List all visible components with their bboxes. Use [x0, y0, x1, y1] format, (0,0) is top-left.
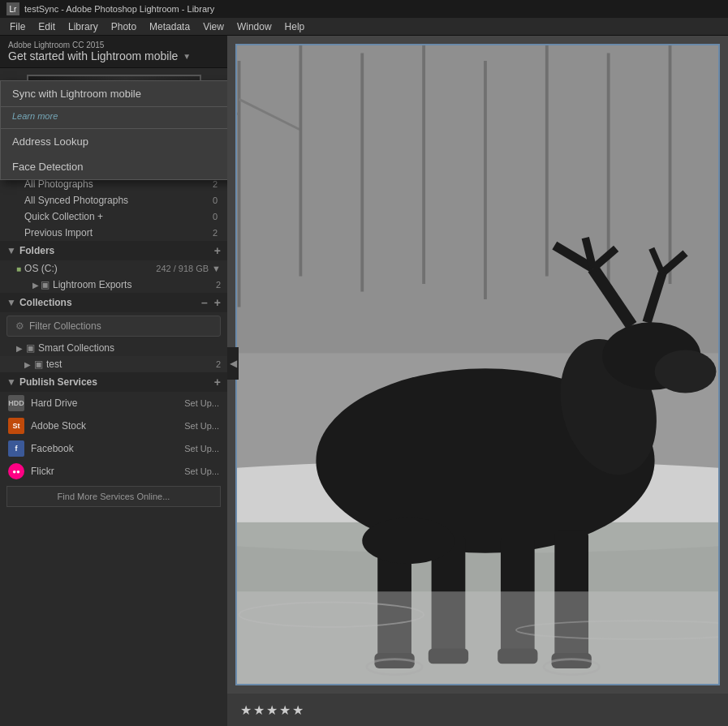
lightroom-exports-label: Lightroom Exports [53, 279, 131, 290]
facebook-label: Facebook [31, 443, 74, 454]
menu-help[interactable]: Help [278, 19, 312, 34]
star-rating[interactable]: ★★★★★ [240, 702, 305, 718]
learn-more-link[interactable]: Learn more [12, 111, 58, 121]
lr-title-text: Get started with Lightroom mobile [8, 49, 178, 62]
test-collection-count: 2 [216, 359, 221, 369]
main-layout: Adobe Lightroom CC 2015 Get started with… [0, 36, 728, 726]
sync-label[interactable]: Sync with Lightroom mobile [12, 88, 141, 100]
menu-edit[interactable]: Edit [32, 19, 62, 34]
dropdown-menu: Sync with Lightroom mobile Sign In Learn… [0, 80, 227, 180]
menu-photo[interactable]: Photo [105, 19, 143, 34]
panel-collapse-handle[interactable]: ◀ [227, 347, 239, 380]
os-drive-info: 242 / 918 GB ▼ [156, 264, 221, 273]
filter-icon: ⚙ [15, 320, 24, 332]
smart-collections-label: Smart Collections [38, 342, 114, 354]
test-folder-icon: ▣ [34, 359, 43, 370]
lr-title[interactable]: Get started with Lightroom mobile ▼ [8, 49, 219, 62]
collections-add-icon[interactable]: + [214, 296, 221, 309]
collections-minus-icon[interactable]: – [201, 296, 208, 309]
publish-services-header[interactable]: ▼ Publish Services + [0, 372, 227, 392]
facebook-setup[interactable]: Set Up... [184, 444, 219, 453]
smart-expand-arrow: ▶ [16, 344, 23, 353]
all-photographs-count: 2 [213, 179, 218, 189]
all-photographs-label: All Photographs [24, 178, 93, 190]
filter-collections[interactable]: ⚙ Filter Collections [6, 316, 221, 337]
quick-collection-label: Quick Collection + [24, 211, 103, 222]
address-lookup-label: Address Lookup [12, 135, 88, 148]
collections-section-header[interactable]: ▼ Collections – + [0, 293, 227, 312]
app-icon: Lr [6, 2, 19, 15]
menu-view[interactable]: View [196, 19, 230, 34]
find-more-button[interactable]: Find More Services Online... [6, 486, 221, 507]
smart-folder-icon: ▣ [26, 342, 35, 354]
facebook-icon: f [8, 440, 24, 457]
smart-collections-item[interactable]: ▶ ▣ Smart Collections [0, 340, 227, 356]
menu-bar: File Edit Library Photo Metadata View Wi… [0, 18, 728, 36]
filter-collections-label: Filter Collections [29, 320, 101, 332]
right-panel: ★★★★★ [227, 36, 728, 726]
previous-import-label: Previous Import [24, 227, 93, 238]
publish-add-icon[interactable]: + [214, 376, 221, 389]
svg-rect-62 [237, 591, 718, 684]
quick-collection-count: 0 [213, 212, 218, 221]
lr-title-arrow: ▼ [183, 52, 191, 61]
hard-drive-setup[interactable]: Set Up... [184, 398, 219, 408]
lightroom-exports-item[interactable]: ▶ ▣ Lightroom Exports 2 [0, 277, 227, 293]
hard-drive-icon: HDD [8, 395, 24, 411]
folder-icon: ▣ [41, 279, 50, 290]
adobe-stock-service[interactable]: St Adobe Stock Set Up... [0, 415, 227, 437]
all-synced-count: 0 [213, 195, 218, 205]
lr-header: Adobe Lightroom CC 2015 Get started with… [0, 36, 227, 68]
dropdown-learn: Learn more [1, 107, 227, 129]
lr-brand: Adobe Lightroom CC 2015 [8, 41, 219, 49]
folders-toggle: ▼ [6, 245, 16, 256]
svg-rect-15 [237, 45, 718, 353]
main-photo-area[interactable] [227, 36, 728, 694]
test-expand-arrow: ▶ [24, 360, 31, 369]
menu-window[interactable]: Window [230, 19, 278, 34]
face-detection-label: Face Detection [12, 161, 83, 173]
find-more-label: Find More Services Online... [58, 492, 170, 501]
publish-services-label: Publish Services [19, 376, 97, 388]
adobe-stock-setup[interactable]: Set Up... [184, 421, 219, 431]
publish-toggle: ▼ [6, 376, 16, 388]
left-panel: Adobe Lightroom CC 2015 Get started with… [0, 36, 227, 726]
svg-point-59 [362, 518, 454, 564]
quick-collection-item[interactable]: Quick Collection + 0 [0, 208, 227, 225]
folders-section-header[interactable]: ▼ Folders + [0, 241, 227, 260]
dropdown-header: Sync with Lightroom mobile Sign In [1, 81, 227, 107]
flickr-setup[interactable]: Set Up... [184, 466, 219, 476]
all-synced-label: All Synced Photographs [24, 195, 128, 206]
all-synced-photographs-item[interactable]: All Synced Photographs 0 [0, 192, 227, 208]
face-detection-item[interactable]: Face Detection ▶ [1, 154, 227, 179]
menu-library[interactable]: Library [62, 19, 105, 34]
adobe-stock-icon: St [8, 418, 24, 434]
title-bar: Lr testSync - Adobe Photoshop Lightroom … [0, 0, 728, 18]
drive-indicator: ■ [16, 264, 21, 273]
test-collection-item[interactable]: ▶ ▣ test 2 [0, 356, 227, 372]
svg-point-43 [655, 350, 717, 393]
folders-header-label: Folders [19, 245, 54, 256]
previous-import-count: 2 [213, 228, 218, 238]
os-drive-item[interactable]: ■ OS (C:) 242 / 918 GB ▼ [0, 260, 227, 277]
photo-footer: ★★★★★ [227, 694, 728, 726]
main-photo-svg [237, 45, 718, 684]
title-text: testSync - Adobe Photoshop Lightroom - L… [24, 4, 214, 14]
menu-file[interactable]: File [3, 19, 32, 34]
photo-border [235, 44, 720, 685]
flickr-label: Flickr [31, 466, 54, 477]
previous-import-item[interactable]: Previous Import 2 [0, 225, 227, 241]
flickr-service[interactable]: ●● Flickr Set Up... [0, 460, 227, 483]
hard-drive-label: Hard Drive [31, 397, 77, 409]
folders-add-icon[interactable]: + [214, 244, 221, 257]
test-collection-label: test [46, 359, 62, 370]
folder-expand-arrow: ▶ [32, 281, 39, 290]
facebook-service[interactable]: f Facebook Set Up... [0, 437, 227, 460]
lightroom-exports-count: 2 [216, 280, 221, 290]
collections-header-label: Collections [19, 297, 72, 308]
menu-metadata[interactable]: Metadata [143, 19, 196, 34]
adobe-stock-label: Adobe Stock [31, 420, 86, 432]
flickr-icon: ●● [8, 463, 24, 479]
address-lookup-item[interactable]: Address Lookup ▶ [1, 129, 227, 154]
hard-drive-service[interactable]: HDD Hard Drive Set Up... [0, 392, 227, 415]
